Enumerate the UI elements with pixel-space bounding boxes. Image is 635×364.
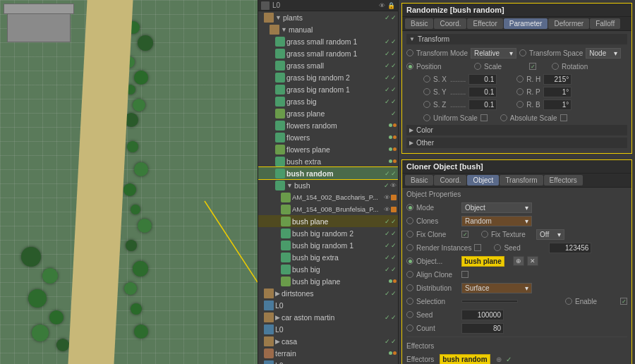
fix-texture-dropdown[interactable]: Off ▾ (536, 229, 564, 240)
seed-input[interactable]: 123456 (549, 243, 591, 253)
scene-items-list[interactable]: ▼ plants ✓ ✓ ▼ manual grass small random… (258, 11, 398, 364)
mode-dropdown[interactable]: Object ▾ (461, 202, 532, 213)
dot-o-fp (393, 147, 397, 151)
scene-item-grass-plane[interactable]: grass plane ✓ (258, 107, 398, 119)
tab-c-object[interactable]: Object (467, 175, 499, 186)
sx-input[interactable]: 0.1 (468, 74, 497, 85)
scene-item-bush-extra[interactable]: bush extra (258, 155, 398, 167)
tab-deformer[interactable]: Deformer (548, 18, 589, 29)
radio-uniform[interactable] (423, 114, 430, 121)
radio-position[interactable] (406, 63, 413, 70)
scene-item-flowers-r[interactable]: flowers random (258, 119, 398, 131)
radio-rotation[interactable] (552, 63, 559, 70)
radio-rp[interactable] (516, 88, 524, 95)
scene-item-bush-bbig[interactable]: bush big ✓ ✓ (258, 263, 398, 275)
object-value[interactable]: bush plane (461, 256, 504, 267)
rp-input[interactable]: 1° (543, 87, 572, 97)
radio-seed2[interactable] (406, 311, 413, 318)
transform-space-dropdown[interactable]: Node ▾ (586, 48, 621, 59)
radio-render[interactable] (406, 244, 413, 251)
scene-item-casa[interactable]: ▶ casa ✓ ✓ (258, 335, 398, 347)
scene-item-grass-big[interactable]: grass big ✓ ✓ (258, 95, 398, 107)
radio-scale[interactable] (474, 63, 481, 70)
radio-mode[interactable] (406, 204, 413, 211)
scene-item-lo4[interactable]: L0 (258, 359, 398, 364)
radio-sz[interactable] (423, 101, 430, 108)
scene-item-car[interactable]: ▶ car aston martin ✓ ✓ (258, 311, 398, 323)
tab-c-basic[interactable]: Basic (405, 175, 433, 186)
scene-item-grass-s2[interactable]: grass small random 1 ✓ ✓ (258, 47, 398, 59)
radio-transform-mode[interactable] (406, 49, 413, 56)
scene-item-flowers-plane[interactable]: flowers plane (258, 143, 398, 155)
object-picker-btn[interactable]: ⊕ (513, 256, 524, 266)
tab-basic[interactable]: Basic (405, 18, 433, 29)
tree-left-2 (42, 268, 58, 284)
scene-item-grass-s1[interactable]: grass small random 1 ✓ ✓ (258, 35, 398, 47)
tab-parameter[interactable]: Parameter (504, 18, 548, 29)
tab-c-transform[interactable]: Transform (500, 175, 543, 186)
tab-c-effectors[interactable]: Effectors (544, 175, 583, 186)
scene-item-bush-bbp[interactable]: bush big plane (258, 275, 398, 287)
checkbox-fix-clone[interactable]: ✓ (461, 231, 468, 238)
radio-rb[interactable] (516, 101, 524, 108)
scene-item-am008[interactable]: AM_154_008_Brunfelsia_P... 👁 (258, 203, 398, 215)
radio-fix-texture[interactable] (481, 231, 488, 238)
rb-input[interactable]: 1° (543, 99, 572, 110)
scene-item-manual[interactable]: ▼ manual (258, 23, 398, 35)
radio-selection[interactable] (406, 298, 413, 305)
tab-effector[interactable]: Effector (467, 18, 502, 29)
scene-item-flowers[interactable]: flowers (258, 131, 398, 143)
scene-item-grass-b1[interactable]: grass big random 1 ✓ ✓ (258, 83, 398, 95)
badge-c4: ✓ (391, 50, 397, 57)
sy-input[interactable]: 0.1 (468, 87, 497, 97)
radio-sx[interactable] (423, 75, 430, 83)
radio-seed[interactable] (494, 244, 501, 251)
checkbox-render[interactable] (474, 244, 481, 251)
scene-item-bush-be[interactable]: bush big extra ✓ ✓ (258, 251, 398, 263)
scene-item-bush-b2[interactable]: bush big random 2 ✓ ✓ (258, 227, 398, 239)
scene-item-dirtstones[interactable]: ▶ dirtstones ✓ ✓ (258, 287, 398, 299)
radio-rh[interactable] (516, 75, 524, 83)
radio-fix-clone[interactable] (406, 231, 413, 238)
scene-item-bush-b1[interactable]: bush big random 1 ✓ ✓ (258, 239, 398, 251)
tab-coord[interactable]: Coord. (434, 18, 466, 29)
seed2-input[interactable]: 100000 (461, 310, 504, 320)
scene-item-terrain[interactable]: terrain (258, 347, 398, 359)
effectors-value[interactable]: bush random (440, 354, 490, 365)
radio-dist[interactable] (406, 284, 413, 291)
radio-absolute[interactable] (500, 114, 507, 121)
selection-row: Selection Enable ✓ (406, 295, 627, 308)
rh-input[interactable]: 215° (543, 74, 572, 85)
radio-transform-space[interactable] (519, 49, 526, 56)
scene-item-bush[interactable]: ▼ bush ✓ 👁 (258, 179, 398, 191)
scene-item-bush-plane[interactable]: bush plane ✓ ✓ (258, 215, 398, 227)
checkbox-enable[interactable]: ✓ (620, 298, 627, 305)
radio-enable[interactable] (565, 298, 572, 305)
dist-dropdown[interactable]: Surface ▾ (461, 283, 532, 293)
checkbox-uniform[interactable] (480, 114, 488, 121)
scene-item-lo3[interactable]: L0 (258, 323, 398, 335)
tab-falloff[interactable]: Falloff (590, 18, 620, 29)
scene-item-bush-random[interactable]: bush random ✓ ✓ (258, 167, 398, 179)
object-clear-btn[interactable]: ✕ (527, 256, 538, 266)
radio-sy[interactable] (423, 88, 430, 95)
scene-item-grass-sm[interactable]: grass small ✓ ✓ (258, 59, 398, 71)
scene-item-plants[interactable]: ▼ plants ✓ ✓ (258, 11, 398, 23)
transform-mode-dropdown[interactable]: Relative ▾ (471, 48, 516, 59)
scene-item-grass-b2[interactable]: grass big random 2 ✓ ✓ (258, 71, 398, 83)
radio-object[interactable] (406, 257, 413, 265)
count-input[interactable]: 80 (461, 323, 504, 334)
clones-dropdown[interactable]: Random ▾ (461, 216, 532, 226)
checkbox-scale[interactable]: ✓ (529, 63, 536, 70)
checkbox-absolute[interactable] (560, 114, 567, 121)
selection-input[interactable] (461, 300, 518, 303)
sz-input[interactable]: 0.1 (468, 99, 497, 110)
radio-clones[interactable] (406, 217, 413, 224)
checkbox-align[interactable] (461, 271, 468, 278)
radio-align[interactable] (406, 271, 413, 278)
radio-count[interactable] (406, 324, 413, 332)
scene-item-am002[interactable]: AM_154_002_Baccharis_P... 👁 (258, 191, 398, 203)
item-label-terrain: terrain (275, 349, 389, 358)
scene-item-lo2[interactable]: L0 (258, 299, 398, 311)
tab-c-coord[interactable]: Coord. (434, 175, 466, 186)
